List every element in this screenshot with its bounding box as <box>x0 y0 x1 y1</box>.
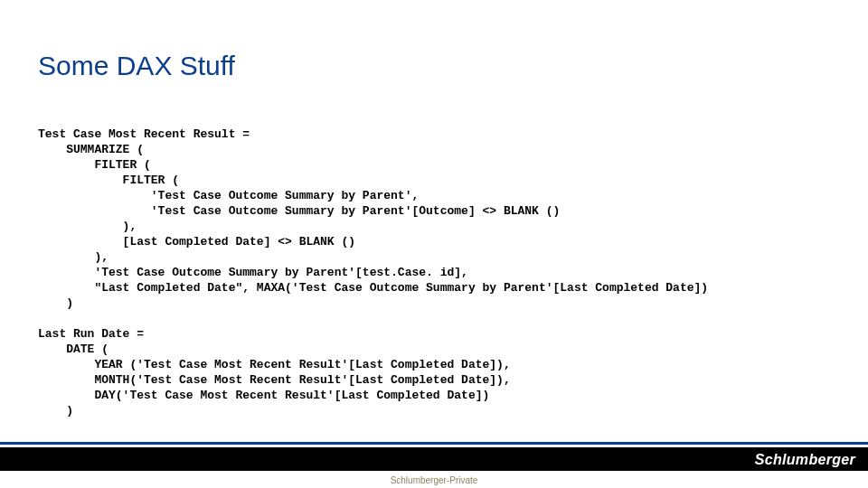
confidentiality-label: Schlumberger-Private <box>0 475 868 485</box>
slide: Some DAX Stuff Test Case Most Recent Res… <box>0 0 868 488</box>
footer-rule <box>0 442 868 445</box>
dax-code-block: Test Case Most Recent Result = SUMMARIZE… <box>38 127 708 418</box>
footer-bar <box>0 447 868 471</box>
slide-title: Some DAX Stuff <box>38 51 235 81</box>
brand-logo-text: Schlumberger <box>755 452 855 468</box>
